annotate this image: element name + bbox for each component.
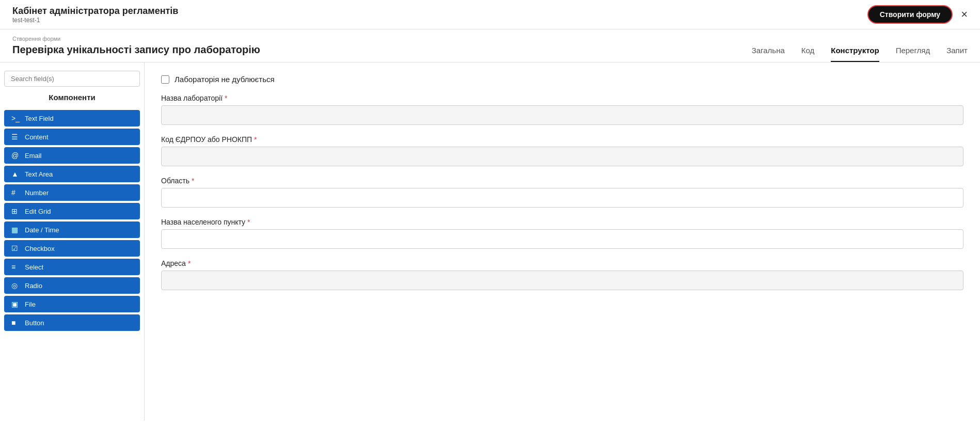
field-input-city[interactable]: [161, 229, 963, 249]
date-time-icon: ▦: [11, 226, 21, 234]
app-header: Кабінет адміністратора регламентів test-…: [0, 0, 980, 29]
component-radio-label: Radio: [25, 282, 42, 290]
component-file[interactable]: ▣ File: [4, 296, 140, 312]
app-subtitle: test-test-1: [12, 17, 178, 24]
app-header-left: Кабінет адміністратора регламентів test-…: [12, 6, 178, 24]
component-edit-grid[interactable]: ⊞ Edit Grid: [4, 203, 140, 219]
checkbox-icon: ☑: [11, 244, 21, 252]
form-tabs: Загальна Код Конструктор Перегляд Запит: [752, 46, 968, 62]
component-number-label: Number: [25, 189, 49, 197]
field-label-address: Адреса *: [161, 259, 963, 267]
required-marker-1: *: [225, 94, 227, 102]
checkbox-row: Лабораторія не дублюється: [161, 75, 963, 84]
lab-unique-label[interactable]: Лабораторія не дублюється: [175, 75, 275, 84]
form-breadcrumb: Створення форми: [12, 36, 260, 42]
component-list: >_ Text Field ☰ Content @ Email ▲ Text A…: [4, 110, 140, 331]
tab-request[interactable]: Запит: [946, 46, 968, 62]
required-marker-3: *: [192, 177, 194, 185]
sidebar: Компоненти >_ Text Field ☰ Content @ Ema…: [0, 62, 145, 421]
required-marker-4: *: [247, 218, 250, 226]
field-input-lab-name[interactable]: [161, 105, 963, 125]
app-title: Кабінет адміністратора регламентів: [12, 6, 178, 17]
component-date-time-label: Date / Time: [25, 226, 59, 234]
field-input-edrpou[interactable]: [161, 147, 963, 166]
field-label-edrpou: Код ЄДРПОУ або РНОКПП *: [161, 135, 963, 144]
form-header-left: Створення форми Перевірка унікальності з…: [12, 36, 260, 62]
radio-icon: ◎: [11, 281, 21, 290]
field-group-address: Адреса *: [161, 259, 963, 290]
component-select[interactable]: ≡ Select: [4, 259, 140, 275]
edit-grid-icon: ⊞: [11, 207, 21, 215]
content-area: Лабораторія не дублюється Назва лаборато…: [145, 62, 980, 421]
component-select-label: Select: [25, 263, 43, 271]
component-number[interactable]: # Number: [4, 184, 140, 201]
component-checkbox[interactable]: ☑ Checkbox: [4, 240, 140, 257]
form-header: Створення форми Перевірка унікальності з…: [0, 29, 980, 62]
component-radio[interactable]: ◎ Radio: [4, 277, 140, 294]
component-text-field[interactable]: >_ Text Field: [4, 110, 140, 126]
button-icon: ■: [11, 319, 21, 327]
file-icon: ▣: [11, 300, 21, 308]
component-content-label: Content: [25, 133, 49, 141]
required-marker-2: *: [254, 135, 257, 144]
text-area-icon: ▲: [11, 170, 21, 178]
component-text-field-label: Text Field: [25, 115, 54, 122]
text-field-icon: >_: [11, 114, 21, 122]
field-label-region: Область *: [161, 177, 963, 185]
tab-constructor[interactable]: Конструктор: [831, 46, 879, 62]
field-input-region[interactable]: [161, 188, 963, 208]
tab-general[interactable]: Загальна: [752, 46, 785, 62]
component-file-label: File: [25, 300, 36, 308]
field-group-lab-name: Назва лабораторії *: [161, 94, 963, 125]
app-header-right: Створити форму ×: [867, 5, 968, 24]
select-icon: ≡: [11, 263, 21, 271]
field-label-city: Назва населеного пункту *: [161, 218, 963, 226]
field-label-lab-name: Назва лабораторії *: [161, 94, 963, 102]
number-icon: #: [11, 188, 21, 197]
component-checkbox-label: Checkbox: [25, 245, 55, 252]
field-group-edrpou: Код ЄДРПОУ або РНОКПП *: [161, 135, 963, 166]
component-text-area[interactable]: ▲ Text Area: [4, 166, 140, 182]
content-icon: ☰: [11, 133, 21, 141]
component-email[interactable]: @ Email: [4, 147, 140, 164]
component-button[interactable]: ■ Button: [4, 314, 140, 331]
email-icon: @: [11, 151, 21, 160]
tab-code[interactable]: Код: [801, 46, 815, 62]
form-name: Перевірка унікальності запису про лабора…: [12, 44, 260, 62]
tab-preview[interactable]: Перегляд: [896, 46, 930, 62]
create-form-button[interactable]: Створити форму: [867, 5, 953, 24]
component-email-label: Email: [25, 152, 42, 160]
lab-unique-checkbox[interactable]: [161, 75, 169, 84]
field-group-region: Область *: [161, 177, 963, 208]
required-marker-5: *: [188, 259, 191, 267]
component-edit-grid-label: Edit Grid: [25, 208, 51, 215]
field-input-address[interactable]: [161, 271, 963, 290]
field-group-city: Назва населеного пункту *: [161, 218, 963, 249]
close-button[interactable]: ×: [961, 9, 968, 20]
component-date-time[interactable]: ▦ Date / Time: [4, 221, 140, 238]
main-layout: Компоненти >_ Text Field ☰ Content @ Ema…: [0, 62, 980, 421]
component-content[interactable]: ☰ Content: [4, 129, 140, 145]
component-button-label: Button: [25, 319, 44, 327]
search-input[interactable]: [4, 71, 140, 87]
sidebar-section-label: Компоненти: [4, 91, 140, 106]
component-text-area-label: Text Area: [25, 170, 53, 178]
